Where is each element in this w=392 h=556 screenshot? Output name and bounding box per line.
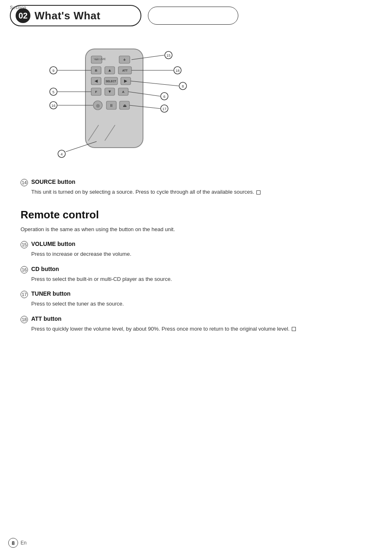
item-14-header: 14 SOURCE button <box>21 178 376 186</box>
rc-intro: Operation is the same as when using the … <box>0 225 392 234</box>
item-15-title: VOLUME button <box>31 241 75 247</box>
header: 02 What's What <box>0 0 392 26</box>
item-15-header: 15 VOLUME button <box>21 241 376 248</box>
footer-lang: En <box>21 540 27 546</box>
remote-diagram: − VOLUME + B ▲ ATT ◀ SELECT ▶ F ▼ A <box>25 39 197 166</box>
diagram-area: − VOLUME + B ▲ ATT ◀ SELECT ▶ F ▼ A <box>0 26 392 178</box>
rc-section-title: Remote control <box>0 208 392 221</box>
svg-text:B: B <box>95 69 97 72</box>
section-pill: 02 What's What <box>10 5 141 26</box>
svg-text:VOLUME: VOLUME <box>94 58 106 60</box>
svg-text:▼: ▼ <box>108 89 112 94</box>
header-pill-right <box>148 7 238 25</box>
item-17-block: 17 TUNER button Press to select the tune… <box>21 290 376 308</box>
footer: 8 En <box>8 538 27 548</box>
svg-text:16: 16 <box>51 104 55 108</box>
remote-wrapper: − VOLUME + B ▲ ATT ◀ SELECT ▶ F ▼ A <box>25 39 197 170</box>
svg-text:4: 4 <box>60 152 62 156</box>
section-number: 02 <box>16 8 30 23</box>
item-15-block: 15 VOLUME button Press to increase or de… <box>21 241 376 258</box>
item-18-block: 18 ATT button Press to quickly lower the… <box>21 315 376 333</box>
item-18-header: 18 ATT button <box>21 315 376 323</box>
item-15-text: Press to increase or decrease the volume… <box>31 250 376 258</box>
item-14-num: 14 <box>21 179 28 186</box>
item-17-num: 17 <box>21 291 28 298</box>
source-icon <box>256 190 261 195</box>
item-14-text: This unit is turned on by selecting a so… <box>31 188 376 196</box>
svg-text:A: A <box>122 90 125 94</box>
svg-text:▲: ▲ <box>108 68 112 72</box>
item-16-title: CD button <box>31 266 59 272</box>
svg-text:⏸: ⏸ <box>109 103 113 108</box>
svg-text:SELECT: SELECT <box>106 80 116 83</box>
content-area: 14 SOURCE button This unit is turned on … <box>0 178 392 196</box>
att-icon <box>292 327 296 331</box>
item-17-text: Press to select the tuner as the source. <box>31 300 376 308</box>
svg-text:5: 5 <box>52 90 54 94</box>
item-14-title: SOURCE button <box>31 178 75 185</box>
svg-rect-0 <box>85 49 143 148</box>
svg-text:F: F <box>95 90 97 94</box>
section-title: What's What <box>35 9 100 22</box>
svg-text:18: 18 <box>175 69 180 73</box>
svg-text:15: 15 <box>166 53 171 58</box>
svg-text:+: + <box>123 57 126 62</box>
svg-text:8: 8 <box>182 84 184 88</box>
item-18-num: 18 <box>21 316 28 323</box>
item-17-title: TUNER button <box>31 290 71 297</box>
item-16-num: 16 <box>21 266 28 273</box>
svg-text:◀: ◀ <box>95 79 98 83</box>
svg-text:◎: ◎ <box>96 103 100 108</box>
svg-text:⏏: ⏏ <box>123 103 127 108</box>
item-16-header: 16 CD button <box>21 266 376 273</box>
item-18-text: Press to quickly lower the volume level,… <box>31 325 376 333</box>
item-17-header: 17 TUNER button <box>21 290 376 298</box>
section-label: Section <box>10 5 26 10</box>
page-number: 8 <box>8 538 18 548</box>
item-15-num: 15 <box>21 241 28 248</box>
item-16-block: 16 CD button Press to select the built-i… <box>21 266 376 283</box>
svg-text:▶: ▶ <box>124 79 127 83</box>
svg-text:6: 6 <box>163 95 165 99</box>
svg-text:ATT: ATT <box>122 69 128 72</box>
rc-content: 15 VOLUME button Press to increase or de… <box>0 241 392 333</box>
svg-text:17: 17 <box>162 107 166 111</box>
item-18-title: ATT button <box>31 315 62 322</box>
item-14-block: 14 SOURCE button This unit is turned on … <box>21 178 376 196</box>
item-16-text: Press to select the built-in or multi-CD… <box>31 275 376 283</box>
svg-text:9: 9 <box>52 69 54 73</box>
